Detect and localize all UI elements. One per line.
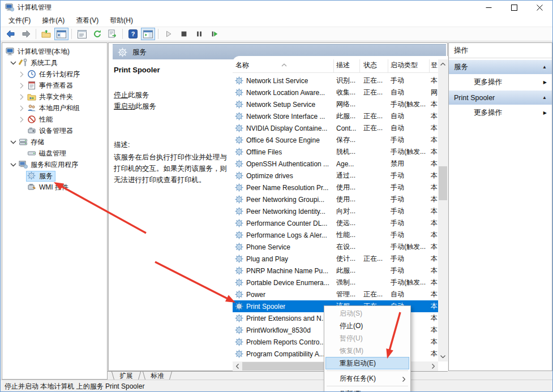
context-menu-item-refresh[interactable]: 刷新(F) — [324, 387, 410, 392]
tab-edge — [138, 372, 141, 380]
tree-expander-right-icon[interactable] — [17, 117, 26, 123]
service-row[interactable]: Plug and Play使计...正在...手动本 — [233, 253, 438, 265]
context-menu-item-stop[interactable]: 停止(O) — [324, 320, 410, 332]
tree-item-3[interactable]: 事件查看器 — [2, 80, 107, 91]
step-icon[interactable] — [207, 28, 221, 40]
tree-expander-down-icon[interactable] — [8, 61, 18, 65]
vertical-scrollbar[interactable] — [438, 59, 448, 361]
scroll-down-icon[interactable] — [438, 352, 448, 361]
service-row[interactable]: Peer Name Resolution Pr...使用...手动本 — [233, 182, 438, 193]
tree-expander-right-icon[interactable] — [17, 105, 26, 111]
tree-item-8[interactable]: 存储 — [2, 136, 107, 148]
tree-item-4[interactable]: 共享文件夹 — [2, 91, 107, 102]
collapse-icon[interactable]: ▲ — [542, 64, 547, 70]
tree-item-10[interactable]: 服务和应用程序 — [2, 159, 107, 170]
tree-expander-down-icon[interactable] — [8, 163, 18, 167]
refresh-icon[interactable] — [90, 28, 104, 40]
tree-item-2[interactable]: 任务计划程序 — [2, 68, 107, 80]
tree-item-1[interactable]: 系统工具 — [2, 57, 107, 68]
column-header-3[interactable]: 启动类型 — [388, 59, 430, 72]
service-startup-type: 手动 — [388, 183, 430, 192]
column-header-1[interactable]: 描述 — [334, 59, 360, 72]
service-name-cell: OpenSSH Authentication ... — [233, 160, 334, 168]
service-row[interactable]: Power管理...正在...自动本 — [233, 288, 438, 300]
context-menu-item-all-tasks[interactable]: 所有任务(K) — [324, 372, 410, 385]
close-button[interactable] — [527, 1, 552, 14]
context-menu-item-restart[interactable]: 重新启动(E) — [325, 357, 409, 369]
tab-label: 扩展 — [120, 372, 133, 379]
context-menu-item-resume[interactable]: 恢复(M) — [324, 344, 410, 357]
tree-item-6[interactable]: 性能 — [2, 114, 107, 125]
service-row[interactable]: Network List Service识别...正在...手动本 — [233, 75, 438, 87]
restart-service-link[interactable]: 重启动 — [114, 102, 135, 110]
service-row[interactable]: Peer Networking Identity...向对...手动本 — [233, 205, 438, 217]
stop-icon[interactable] — [177, 28, 191, 40]
help-icon[interactable]: ? — [126, 28, 140, 40]
tree-expander-right-icon[interactable] — [17, 94, 26, 100]
service-logon-as: 本 — [430, 254, 438, 264]
service-gear-icon — [235, 195, 243, 204]
tree-item-9[interactable]: 磁盘管理 — [2, 148, 107, 159]
service-row[interactable]: Office 64 Source Engine保存...手动本 — [233, 134, 438, 146]
menu-file[interactable]: 文件(F) — [3, 14, 36, 27]
service-row[interactable]: Peer Networking Groupi...使用...手动本 — [233, 193, 438, 205]
menu-help[interactable]: 帮助(H) — [104, 14, 139, 27]
menu-view[interactable]: 查看(V) — [70, 14, 104, 27]
service-row[interactable]: Offline Files脱机...手动(触发...本 — [233, 146, 438, 158]
stop-service-link[interactable]: 停止 — [114, 91, 128, 99]
tree-item-0[interactable]: 计算机管理(本地) — [2, 46, 107, 57]
properties-icon[interactable] — [75, 28, 89, 40]
tree-item-7[interactable]: 设备管理器 — [2, 125, 107, 136]
action-more-actions[interactable]: 更多操作▶ — [449, 106, 552, 119]
tree-expander-down-icon[interactable] — [8, 140, 18, 144]
vertical-scroll-thumb[interactable] — [439, 166, 447, 200]
service-name: Network Location Aware... — [246, 89, 325, 97]
stop-service-line: 停止此服务 — [114, 89, 232, 101]
tree-expander-right-icon[interactable] — [17, 71, 26, 77]
service-row[interactable]: Performance Logs & Aler...性能...手动本 — [233, 229, 438, 241]
sort-ascending-icon — [281, 59, 287, 69]
column-header-2[interactable]: 状态 — [360, 59, 388, 72]
scroll-up-icon[interactable] — [438, 59, 448, 69]
service-row[interactable]: NVIDIA Display Containe...Cont...正在...自动… — [233, 122, 438, 134]
action-group-title: Print Spooler — [454, 94, 542, 102]
pause-icon[interactable] — [192, 28, 206, 40]
play-icon[interactable] — [161, 28, 175, 40]
action-more-actions[interactable]: 更多操作▶ — [449, 75, 552, 89]
service-row[interactable]: Phone Service在设...手动(触发...本 — [233, 241, 438, 253]
console-tree-icon[interactable] — [54, 28, 68, 40]
column-header-4[interactable]: 登 — [430, 59, 438, 72]
export-list-icon[interactable] — [105, 28, 119, 40]
tab-standard[interactable]: 标准 — [143, 372, 172, 380]
menu-action[interactable]: 操作(A) — [36, 14, 70, 27]
tree-expander-right-icon[interactable] — [17, 83, 26, 89]
action-group-header-1[interactable]: Print Spooler▲ — [449, 91, 552, 105]
forward-icon[interactable] — [19, 28, 33, 40]
tree-item-label: 性能 — [39, 115, 53, 124]
action-group-header-0[interactable]: 服务▲ — [449, 60, 552, 74]
collapse-icon[interactable]: ▲ — [542, 95, 547, 100]
tree-item-12[interactable]: WMI 控件 — [2, 182, 107, 193]
service-name: Performance Logs & Aler... — [246, 231, 327, 239]
scroll-left-icon[interactable] — [233, 361, 242, 371]
maximize-button[interactable] — [501, 1, 527, 14]
tab-extended[interactable]: 扩展 — [112, 372, 141, 380]
context-menu-item-start[interactable]: 启动(S) — [324, 307, 410, 320]
context-menu-item-pause[interactable]: 暂停(U) — [324, 332, 410, 344]
service-row[interactable]: OpenSSH Authentication ...Age...禁用本 — [233, 158, 438, 170]
action-pane-icon[interactable] — [141, 28, 155, 40]
service-row[interactable]: Network Location Aware...收集...正在...自动网 — [233, 87, 438, 98]
service-row[interactable]: PNRP Machine Name Pu...此服...手动本 — [233, 265, 438, 277]
minimize-button[interactable] — [476, 1, 501, 14]
service-row[interactable]: Performance Counter DL...使远...手动本 — [233, 217, 438, 229]
folder-up-icon[interactable] — [39, 28, 53, 40]
tree-item-5[interactable]: 本地用户和组 — [2, 102, 107, 114]
service-row[interactable]: Optimize drives通过...手动本 — [233, 170, 438, 182]
scroll-right-icon[interactable] — [428, 361, 438, 371]
tree-item-11[interactable]: 服务 — [2, 170, 107, 182]
service-row[interactable]: Network Store Interface ...此服...正在...自动本 — [233, 110, 438, 122]
service-row[interactable]: Portable Device Enumera...强制...手动(触发...本 — [233, 277, 438, 288]
service-row[interactable]: Network Setup Service网络...手动(触发...本 — [233, 98, 438, 110]
service-gear-icon — [235, 136, 243, 144]
back-icon[interactable] — [3, 28, 18, 40]
